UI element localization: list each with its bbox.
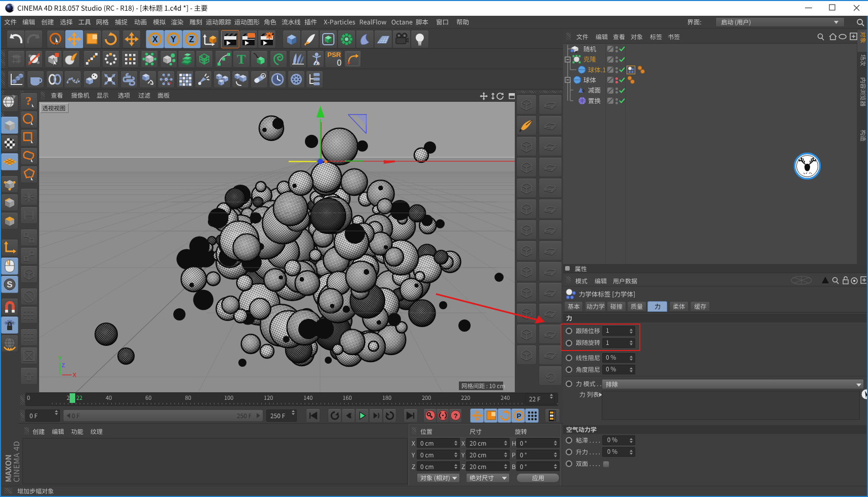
svg-text:P: P	[517, 412, 521, 420]
svg-text:Z: Z	[189, 35, 194, 44]
svg-text:0: 0	[337, 59, 342, 67]
svg-text:Y: Y	[171, 35, 176, 44]
svg-text:X: X	[152, 35, 158, 44]
svg-text:PSR: PSR	[327, 51, 341, 59]
svg-text:Z: Z	[61, 362, 65, 368]
svg-text:T: T	[237, 52, 245, 66]
svg-text:?: ?	[25, 94, 32, 107]
svg-text:?: ?	[454, 412, 458, 420]
svg-text:S: S	[7, 280, 12, 289]
svg-text:X: X	[73, 372, 77, 378]
svg-text:Y: Y	[58, 355, 62, 361]
svg-text:fx: fx	[314, 60, 320, 66]
